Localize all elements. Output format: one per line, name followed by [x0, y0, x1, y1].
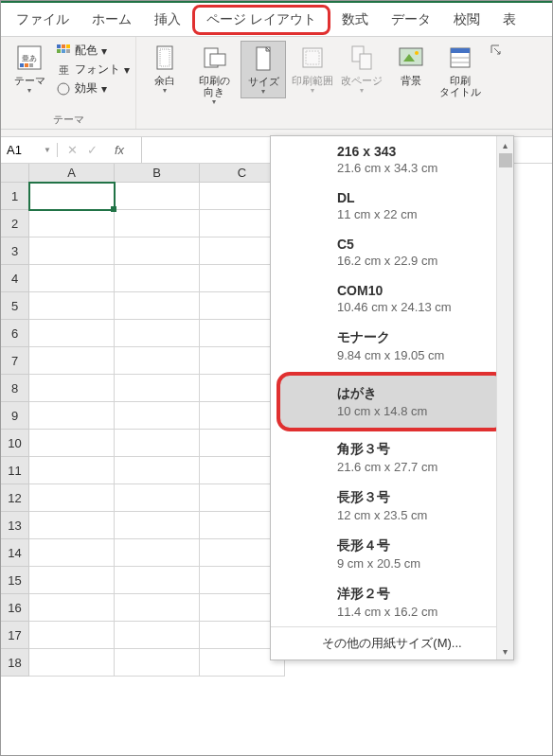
row-header[interactable]: 17 [1, 622, 29, 649]
tab-review[interactable]: 校閲 [442, 6, 491, 34]
tab-view[interactable]: 表 [491, 6, 527, 34]
cell[interactable] [115, 292, 200, 320]
cell[interactable] [115, 484, 200, 512]
cell[interactable] [29, 210, 115, 237]
breaks-button[interactable]: 改ページ▾ [339, 41, 384, 97]
cell[interactable] [115, 183, 200, 210]
row-header[interactable]: 1 [1, 183, 29, 210]
column-header[interactable]: B [115, 164, 200, 183]
cell[interactable] [29, 649, 115, 677]
more-button[interactable] [487, 41, 506, 60]
cell[interactable] [115, 649, 200, 677]
cell[interactable] [115, 512, 200, 539]
fx-button[interactable]: fx [107, 143, 132, 157]
cell[interactable] [115, 237, 200, 265]
tab-data[interactable]: データ [380, 6, 442, 34]
cell[interactable] [115, 622, 200, 649]
cell[interactable] [115, 430, 200, 457]
cell[interactable] [115, 594, 200, 622]
row-header[interactable]: 4 [1, 265, 29, 292]
more-paper-sizes[interactable]: その他の用紙サイズ(M)... [271, 626, 513, 659]
effects-button[interactable]: 効果▾ [56, 80, 130, 97]
select-all-corner[interactable] [1, 164, 29, 183]
cell[interactable] [115, 457, 200, 484]
cell[interactable] [29, 265, 115, 292]
cell[interactable] [29, 237, 115, 265]
cell[interactable] [29, 484, 115, 512]
cell[interactable] [29, 594, 115, 622]
scroll-down-icon[interactable]: ▾ [497, 642, 513, 659]
cancel-icon[interactable]: ✕ [67, 143, 78, 157]
cell[interactable] [29, 347, 115, 375]
margins-button[interactable]: 余白▾ [142, 41, 187, 97]
themes-button[interactable]: 亜あ テーマ ▾ [7, 41, 52, 97]
cell[interactable] [29, 457, 115, 484]
background-button[interactable]: 背景 [388, 41, 434, 88]
tab-insert[interactable]: 挿入 [143, 6, 192, 34]
tab-home[interactable]: ホーム [80, 6, 143, 34]
column-header[interactable]: A [29, 164, 115, 183]
cell[interactable] [115, 402, 200, 430]
cell[interactable] [115, 320, 200, 347]
row-header[interactable]: 13 [1, 512, 29, 539]
cell[interactable] [29, 402, 115, 430]
scroll-thumb[interactable] [499, 153, 512, 167]
cell[interactable] [29, 320, 115, 347]
cell[interactable] [29, 183, 115, 210]
tab-formulas[interactable]: 数式 [330, 6, 380, 34]
row-header[interactable]: 7 [1, 347, 29, 375]
orientation-button[interactable]: 印刷の 向き▾ [191, 41, 237, 108]
print-area-button[interactable]: 印刷範囲▾ [290, 41, 335, 97]
cell[interactable] [29, 622, 115, 649]
svg-point-12 [58, 83, 69, 95]
cell[interactable] [29, 292, 115, 320]
row-header[interactable]: 15 [1, 567, 29, 594]
cell[interactable] [115, 375, 200, 402]
colors-button[interactable]: 配色▾ [56, 43, 130, 59]
row-header[interactable]: 10 [1, 430, 29, 457]
row-header[interactable]: 12 [1, 484, 29, 512]
margins-icon [150, 43, 180, 73]
size-option[interactable]: モナーク9.84 cm x 19.05 cm [271, 322, 513, 370]
ribbon-group-themes: 亜あ テーマ ▾ 配色▾ 亜 フォント▾ 効果▾ テーマ [1, 37, 136, 129]
size-button[interactable]: サイズ▾ [241, 41, 286, 98]
svg-rect-8 [57, 49, 61, 53]
fonts-button[interactable]: 亜 フォント▾ [56, 62, 130, 78]
size-option[interactable]: C516.2 cm x 22.9 cm [271, 229, 513, 275]
size-option[interactable]: DL11 cm x 22 cm [271, 183, 513, 229]
tab-page-layout[interactable]: ページ レイアウト [192, 5, 330, 35]
size-option[interactable]: COM1010.46 cm x 24.13 cm [271, 275, 513, 322]
size-option[interactable]: 洋形２号11.4 cm x 16.2 cm [271, 578, 513, 626]
cell[interactable] [29, 430, 115, 457]
cell[interactable] [115, 539, 200, 567]
cell[interactable] [115, 567, 200, 594]
row-header[interactable]: 11 [1, 457, 29, 484]
row-header[interactable]: 5 [1, 292, 29, 320]
scroll-up-icon[interactable]: ▴ [497, 136, 513, 153]
size-option[interactable]: 角形３号21.6 cm x 27.7 cm [271, 433, 513, 482]
row-header[interactable]: 2 [1, 210, 29, 237]
row-header[interactable]: 18 [1, 649, 29, 677]
size-option[interactable]: 長形３号12 cm x 23.5 cm [271, 482, 513, 530]
tab-file[interactable]: ファイル [5, 6, 80, 34]
enter-icon[interactable]: ✓ [87, 143, 98, 157]
size-option[interactable]: 216 x 34321.6 cm x 34.3 cm [271, 136, 513, 183]
size-option[interactable]: はがき10 cm x 14.8 cm [276, 372, 508, 431]
row-header[interactable]: 14 [1, 539, 29, 567]
cell[interactable] [115, 210, 200, 237]
size-option[interactable]: 長形４号9 cm x 20.5 cm [271, 530, 513, 578]
row-header[interactable]: 9 [1, 402, 29, 430]
cell[interactable] [29, 539, 115, 567]
cell[interactable] [29, 375, 115, 402]
cell[interactable] [115, 265, 200, 292]
row-header[interactable]: 16 [1, 594, 29, 622]
name-box[interactable]: A1 ▼ [1, 143, 58, 157]
dropdown-scrollbar[interactable]: ▴ ▾ [496, 136, 513, 659]
cell[interactable] [29, 567, 115, 594]
row-header[interactable]: 3 [1, 237, 29, 265]
print-titles-button[interactable]: 印刷 タイトル [437, 41, 483, 99]
cell[interactable] [29, 512, 115, 539]
row-header[interactable]: 8 [1, 375, 29, 402]
row-header[interactable]: 6 [1, 320, 29, 347]
cell[interactable] [115, 347, 200, 375]
